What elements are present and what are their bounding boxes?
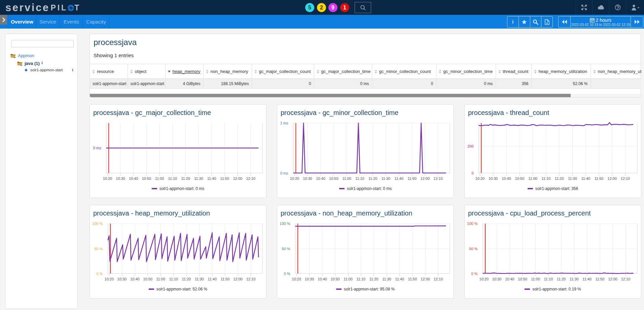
svg-text:11:50: 11:50 xyxy=(407,177,417,181)
svg-text:10:50: 10:50 xyxy=(142,177,151,181)
svg-text:100 %: 100 % xyxy=(467,222,477,226)
svg-text:11:20: 11:20 xyxy=(555,177,564,181)
svg-text:12:10: 12:10 xyxy=(621,177,630,181)
svg-text:10:50: 10:50 xyxy=(330,277,340,281)
svg-text:200: 200 xyxy=(467,144,473,148)
svg-text:10:30: 10:30 xyxy=(303,177,312,181)
svg-text:11:40: 11:40 xyxy=(582,277,592,281)
svg-text:0: 0 xyxy=(471,171,473,175)
svg-text:12:00: 12:00 xyxy=(608,277,617,281)
svg-text:11:00: 11:00 xyxy=(156,277,165,281)
svg-text:12:00: 12:00 xyxy=(608,177,617,181)
svg-text:10:20: 10:20 xyxy=(475,177,485,181)
svg-text:10:40: 10:40 xyxy=(505,277,514,281)
svg-text:0 ms: 0 ms xyxy=(280,171,288,175)
svg-text:10:50: 10:50 xyxy=(143,277,152,281)
svg-text:10:30: 10:30 xyxy=(117,277,127,281)
svg-text:11:00: 11:00 xyxy=(344,277,353,281)
svg-text:12:00: 12:00 xyxy=(233,177,243,181)
svg-text:50 %: 50 % xyxy=(94,247,103,251)
svg-text:0 %: 0 % xyxy=(284,272,290,276)
svg-text:12:10: 12:10 xyxy=(621,277,631,281)
svg-text:11:30: 11:30 xyxy=(568,177,577,181)
svg-text:10:50: 10:50 xyxy=(515,177,525,181)
svg-text:11:00: 11:00 xyxy=(531,277,540,281)
svg-text:12:10: 12:10 xyxy=(433,177,443,181)
svg-text:100 %: 100 % xyxy=(280,222,290,226)
svg-text:1 ms: 1 ms xyxy=(280,121,288,125)
svg-text:12:00: 12:00 xyxy=(421,177,430,181)
svg-text:12:10: 12:10 xyxy=(434,277,443,281)
svg-text:11:50: 11:50 xyxy=(596,277,605,281)
svg-text:10:50: 10:50 xyxy=(329,177,338,181)
svg-text:10:30: 10:30 xyxy=(116,177,125,181)
svg-text:10:30: 10:30 xyxy=(492,277,502,281)
svg-text:A: A xyxy=(546,21,548,24)
svg-text:11:40: 11:40 xyxy=(394,177,403,181)
svg-text:12:10: 12:10 xyxy=(246,177,255,181)
svg-text:10:30: 10:30 xyxy=(489,177,498,181)
svg-text:0 %: 0 % xyxy=(471,272,478,276)
svg-text:10:20: 10:20 xyxy=(105,277,114,281)
svg-text:11:50: 11:50 xyxy=(221,277,230,281)
svg-text:10:20: 10:20 xyxy=(103,177,112,181)
svg-text:11:50: 11:50 xyxy=(220,177,229,181)
svg-text:11:40: 11:40 xyxy=(395,277,404,281)
svg-text:10:40: 10:40 xyxy=(318,277,327,281)
svg-text:11:50: 11:50 xyxy=(408,277,417,281)
svg-text:50 %: 50 % xyxy=(469,247,477,251)
svg-text:i: i xyxy=(512,19,513,25)
svg-text:i: i xyxy=(41,61,42,65)
svg-text:50 %: 50 % xyxy=(282,247,290,251)
svg-text:10:50: 10:50 xyxy=(518,277,527,281)
svg-text:11:20: 11:20 xyxy=(182,277,191,281)
svg-text:10:30: 10:30 xyxy=(305,277,314,281)
svg-text:0 %: 0 % xyxy=(97,272,103,276)
svg-text:11:00: 11:00 xyxy=(342,177,351,181)
svg-text:11:10: 11:10 xyxy=(542,177,551,181)
svg-text:11:40: 11:40 xyxy=(207,177,216,181)
svg-text:11:20: 11:20 xyxy=(368,177,378,181)
svg-text:11:40: 11:40 xyxy=(581,177,590,181)
svg-text:12:00: 12:00 xyxy=(233,277,243,281)
svg-text:11:10: 11:10 xyxy=(355,177,364,181)
svg-text:10:40: 10:40 xyxy=(502,177,511,181)
svg-text:12:10: 12:10 xyxy=(246,277,256,281)
svg-text:10:40: 10:40 xyxy=(316,177,325,181)
svg-text:11:20: 11:20 xyxy=(557,277,566,281)
svg-text:11:10: 11:10 xyxy=(356,277,365,281)
svg-text:0 ms: 0 ms xyxy=(93,146,101,150)
svg-text:10:20: 10:20 xyxy=(479,277,489,281)
svg-text:10:40: 10:40 xyxy=(130,277,140,281)
svg-text:100 %: 100 % xyxy=(92,222,103,226)
svg-text:11:30: 11:30 xyxy=(194,177,203,181)
svg-text:11:50: 11:50 xyxy=(595,177,604,181)
svg-text:11:00: 11:00 xyxy=(155,177,164,181)
svg-text:12:00: 12:00 xyxy=(421,277,430,281)
svg-text:i: i xyxy=(72,68,73,72)
svg-text:10:20: 10:20 xyxy=(292,277,301,281)
svg-text:11:30: 11:30 xyxy=(570,277,579,281)
svg-text:11:30: 11:30 xyxy=(195,277,204,281)
svg-text:11:30: 11:30 xyxy=(382,177,391,181)
svg-text:11:10: 11:10 xyxy=(544,277,553,281)
svg-text:11:20: 11:20 xyxy=(369,277,379,281)
svg-text:11:10: 11:10 xyxy=(168,177,177,181)
svg-text:10:20: 10:20 xyxy=(290,177,299,181)
svg-text:11:20: 11:20 xyxy=(181,177,190,181)
svg-text:11:10: 11:10 xyxy=(169,277,178,281)
svg-text:11:30: 11:30 xyxy=(382,277,391,281)
svg-text:11:40: 11:40 xyxy=(208,277,217,281)
svg-text:10:40: 10:40 xyxy=(129,177,138,181)
svg-text:11:00: 11:00 xyxy=(528,177,537,181)
